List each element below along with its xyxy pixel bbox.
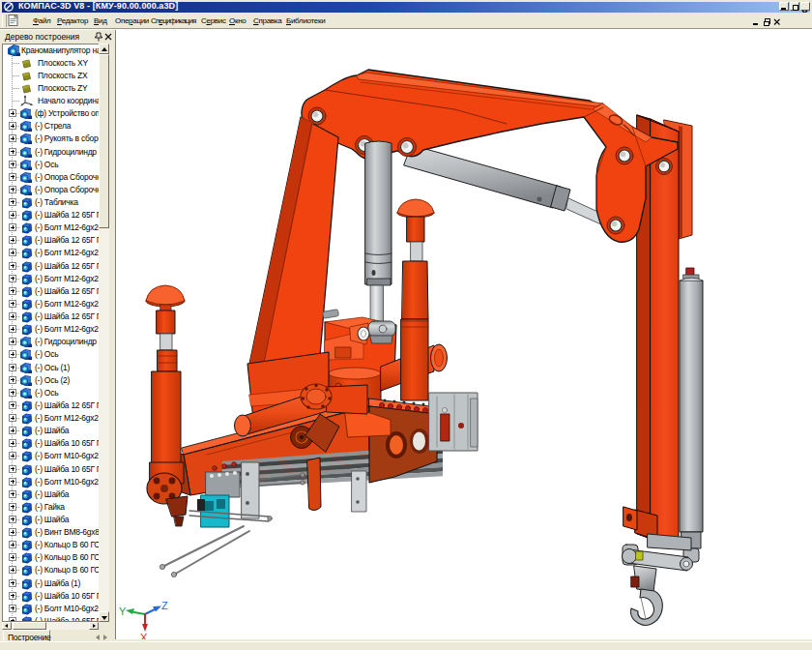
svg-text:Z: Z	[161, 600, 168, 611]
svg-text:X: X	[140, 632, 148, 639]
svg-text:Y: Y	[119, 606, 127, 617]
